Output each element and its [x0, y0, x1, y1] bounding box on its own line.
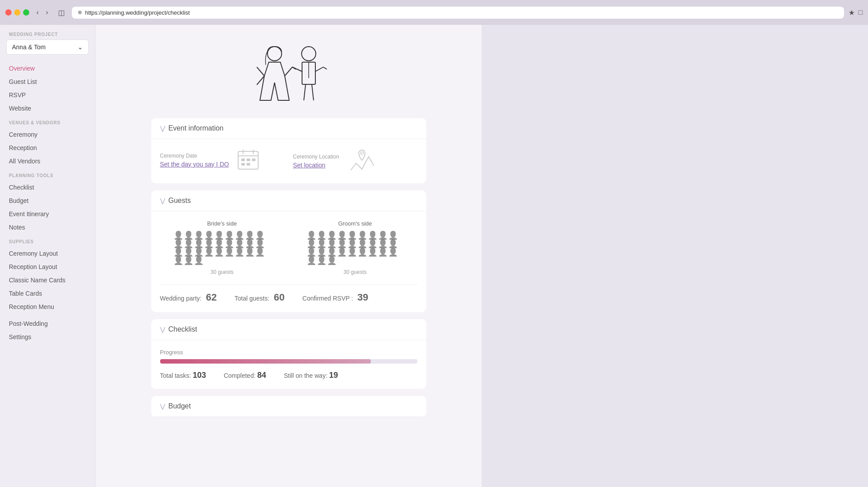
person-figure: 👤	[224, 231, 234, 239]
sidebar-item-label: Reception	[9, 144, 37, 151]
sidebar-item-budget[interactable]: Budget	[0, 194, 95, 207]
map-icon	[346, 148, 377, 174]
sidebar-item-all-vendors[interactable]: All Vendors	[0, 154, 95, 168]
supplies-label: SUPPLIES	[0, 234, 95, 247]
maximize-button[interactable]	[23, 9, 29, 16]
sidebar-item-event-itinerary[interactable]: Event Itinerary	[0, 207, 95, 221]
svg-line-3	[285, 67, 292, 76]
sidebar-item-reception-layout[interactable]: Reception Layout	[0, 260, 95, 273]
person-figure: 👤	[245, 240, 255, 248]
person-figure: 👤	[245, 231, 255, 239]
ceremony-date-link[interactable]: Set the day you say I DO	[160, 161, 229, 168]
sidebar-item-label: All Vendors	[9, 158, 40, 165]
checklist-stats: Total tasks: 103 Completed: 84 Still on …	[160, 371, 417, 380]
guests-header[interactable]: ⋁ Guests	[151, 190, 426, 211]
sidebar-toggle-button[interactable]: ◫	[55, 8, 67, 18]
address-bar[interactable]: https://planning.wedding/project/checkli…	[72, 7, 844, 19]
person-figure: 👤	[368, 248, 377, 256]
sidebar-item-ceremony-layout[interactable]: Ceremony Layout	[0, 247, 95, 260]
forward-button[interactable]: ›	[43, 8, 51, 17]
sidebar-item-label: Notes	[9, 224, 25, 231]
person-figure: 👤	[184, 248, 193, 256]
url-text: https://planning.wedding/project/checkli…	[85, 9, 190, 16]
still-on-way-label: Still on the way:	[284, 372, 327, 379]
person-figure: 👤	[317, 248, 326, 256]
sidebar-item-table-cards[interactable]: Table Cards	[0, 287, 95, 300]
ceremony-location-link[interactable]: Set location	[293, 162, 339, 169]
sidebar-item-label: Classic Name Cards	[9, 277, 66, 284]
minimize-button[interactable]	[14, 9, 20, 16]
sidebar-item-label: Event Itinerary	[9, 210, 49, 218]
sidebar-item-rsvp[interactable]: RSVP	[0, 88, 95, 102]
budget-card: ⋁ Budget	[151, 396, 426, 417]
budget-title: Budget	[169, 402, 191, 410]
sidebar-item-label: Checklist	[9, 184, 34, 191]
ceremony-location-block: Ceremony Location Set location	[293, 148, 417, 174]
person-figure: 👤	[173, 248, 183, 256]
person-figure: 👤	[224, 248, 234, 256]
person-figure: 👤	[306, 248, 316, 256]
person-figure: 👤	[357, 231, 367, 239]
person-figure: 👤	[214, 240, 224, 248]
svg-point-23	[361, 152, 363, 154]
sidebar-item-classic-name-cards[interactable]: Classic Name Cards	[0, 273, 95, 287]
total-tasks-value: 103	[192, 371, 206, 380]
still-on-way-value: 19	[329, 371, 338, 380]
person-figure: 👤	[306, 240, 316, 248]
person-figure: 👤	[317, 240, 326, 248]
expand-button[interactable]: □	[858, 8, 863, 16]
person-figure: 👤	[245, 248, 255, 256]
sidebar-item-checklist[interactable]: Checklist	[0, 181, 95, 194]
collapse-checklist-icon: ⋁	[160, 326, 165, 333]
sidebar-item-post-wedding[interactable]: Post-Wedding	[0, 317, 95, 330]
grooms-side: Groom's side 👤👤👤👤👤👤👤👤👤👤👤👤👤👤👤👤👤👤👤👤👤👤👤👤👤👤👤…	[293, 220, 417, 275]
sidebar-item-reception-menu[interactable]: Reception Menu	[0, 300, 95, 313]
total-tasks-stat: Total tasks: 103	[160, 371, 206, 380]
person-figure: 👤	[235, 240, 244, 248]
collapse-icon: ⋁	[160, 125, 165, 132]
event-info-grid: Ceremony Date Set the day you say I DO	[160, 148, 417, 174]
person-figure: 👤	[184, 240, 193, 248]
back-button[interactable]: ‹	[34, 8, 41, 17]
bookmark-button[interactable]: ★	[848, 8, 855, 17]
sidebar-item-label: Post-Wedding	[9, 320, 48, 327]
sidebar-item-ceremony[interactable]: Ceremony	[0, 128, 95, 141]
ceremony-date-block: Ceremony Date Set the day you say I DO	[160, 148, 284, 172]
completed-label: Completed:	[224, 372, 255, 379]
sidebar-item-guest-list[interactable]: Guest List	[0, 75, 95, 88]
person-figure: 👤	[173, 231, 183, 239]
ceremony-date-info: Ceremony Date Set the day you say I DO	[160, 153, 229, 168]
wedding-party-label: Wedding party:	[160, 295, 202, 302]
person-figure: 👤	[184, 231, 193, 239]
close-button[interactable]	[5, 9, 12, 16]
nav-buttons: ‹ ›	[34, 8, 51, 17]
person-figure: 👤	[255, 248, 265, 256]
project-dropdown[interactable]: Anna & Tom ⌄	[6, 40, 89, 55]
person-figure: 👤	[337, 248, 347, 256]
content-area: ⋁ Event information Ceremony Date Set th…	[142, 25, 435, 433]
person-figure: 👤	[184, 257, 193, 265]
sidebar-item-label: Settings	[9, 333, 31, 341]
person-figure: 👤	[194, 257, 204, 265]
sidebar-item-notes[interactable]: Notes	[0, 221, 95, 234]
person-figure: 👤	[368, 240, 377, 248]
still-on-way-stat: Still on the way: 19	[284, 371, 338, 380]
collapse-guests-icon: ⋁	[160, 197, 165, 204]
checklist-header[interactable]: ⋁ Checklist	[151, 319, 426, 340]
person-figure: 👤	[378, 231, 388, 239]
brides-side: Bride's side 👤👤👤👤👤👤👤👤👤👤👤👤👤👤👤👤👤👤👤👤👤👤👤👤👤👤👤…	[160, 220, 284, 275]
budget-header[interactable]: ⋁ Budget	[151, 396, 426, 417]
grooms-count-label: 30 guests	[343, 269, 366, 275]
sidebar-item-overview[interactable]: Overview	[0, 62, 95, 75]
person-figure: 👤	[235, 231, 244, 239]
sidebar-item-reception[interactable]: Reception	[0, 141, 95, 154]
total-guests-value: 60	[274, 292, 284, 303]
event-information-header[interactable]: ⋁ Event information	[151, 118, 426, 139]
sidebar-item-website[interactable]: Website	[0, 102, 95, 115]
checklist-card: ⋁ Checklist Progress Total tasks: 103	[151, 319, 426, 389]
person-figure: 👤	[347, 248, 357, 256]
ceremony-location-label: Ceremony Location	[293, 154, 339, 160]
sidebar-item-settings[interactable]: Settings	[0, 330, 95, 344]
couple-svg	[240, 43, 338, 114]
traffic-lights	[5, 9, 29, 16]
